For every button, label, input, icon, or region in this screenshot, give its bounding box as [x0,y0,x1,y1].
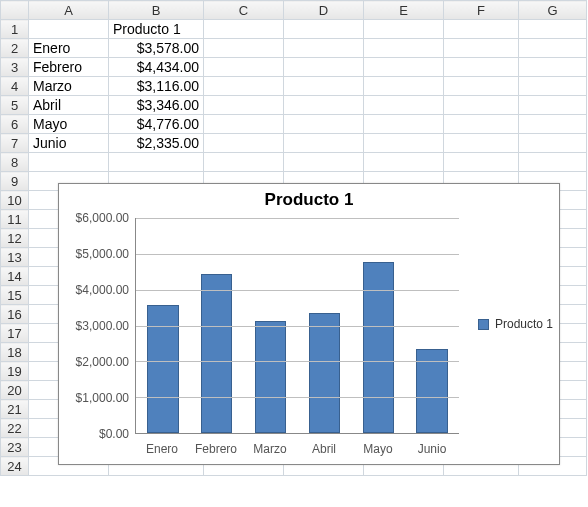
row-header[interactable]: 21 [1,400,29,419]
col-header-E[interactable]: E [364,1,444,20]
chart-gridline [136,218,459,219]
row-header[interactable]: 19 [1,362,29,381]
row-header[interactable]: 5 [1,96,29,115]
cell[interactable] [364,58,444,77]
cell[interactable] [29,153,109,172]
cell[interactable] [444,58,519,77]
row-header[interactable]: 4 [1,77,29,96]
row-header[interactable]: 1 [1,20,29,39]
cell[interactable]: Producto 1 [109,20,204,39]
cell[interactable]: $3,116.00 [109,77,204,96]
cell[interactable]: Enero [29,39,109,58]
chart-gridline [136,326,459,327]
cell[interactable]: Junio [29,134,109,153]
cell[interactable] [364,96,444,115]
cell[interactable] [284,20,364,39]
cell[interactable] [364,115,444,134]
row-header[interactable]: 12 [1,229,29,248]
cell[interactable] [284,153,364,172]
cell[interactable] [519,39,587,58]
row-header[interactable]: 22 [1,419,29,438]
chart-gridline [136,361,459,362]
cell[interactable] [444,115,519,134]
row-header[interactable]: 20 [1,381,29,400]
column-header-row[interactable]: A B C D E F G [1,1,587,20]
row-header[interactable]: 3 [1,58,29,77]
row-header[interactable]: 2 [1,39,29,58]
col-header-F[interactable]: F [444,1,519,20]
cell[interactable] [364,153,444,172]
row-header[interactable]: 7 [1,134,29,153]
cell[interactable] [204,58,284,77]
cell[interactable] [29,20,109,39]
cell[interactable] [204,39,284,58]
chart-bar[interactable] [363,262,394,433]
col-header-A[interactable]: A [29,1,109,20]
row-header[interactable]: 15 [1,286,29,305]
cell[interactable] [444,153,519,172]
cell[interactable] [204,96,284,115]
cell[interactable] [204,77,284,96]
row-header[interactable]: 23 [1,438,29,457]
row-header[interactable]: 24 [1,457,29,476]
row-header[interactable]: 9 [1,172,29,191]
row-header[interactable]: 10 [1,191,29,210]
cell[interactable] [284,115,364,134]
cell[interactable]: $4,434.00 [109,58,204,77]
select-all-corner[interactable] [1,1,29,20]
cell[interactable] [364,39,444,58]
row-header[interactable]: 17 [1,324,29,343]
row-header[interactable]: 6 [1,115,29,134]
cell[interactable] [444,39,519,58]
cell[interactable] [204,115,284,134]
legend-swatch-icon [478,319,489,330]
cell[interactable] [444,77,519,96]
x-tick-label: Junio [405,442,459,456]
cell[interactable] [364,77,444,96]
cell[interactable] [519,20,587,39]
row-header[interactable]: 13 [1,248,29,267]
cell[interactable] [284,96,364,115]
col-header-B[interactable]: B [109,1,204,20]
cell[interactable] [519,58,587,77]
cell[interactable] [444,134,519,153]
cell[interactable]: $3,346.00 [109,96,204,115]
row-header[interactable]: 11 [1,210,29,229]
cell[interactable] [204,134,284,153]
cell[interactable] [519,153,587,172]
cell[interactable] [204,153,284,172]
cell[interactable] [444,96,519,115]
row-header[interactable]: 18 [1,343,29,362]
col-header-D[interactable]: D [284,1,364,20]
cell[interactable]: Febrero [29,58,109,77]
chart-bar[interactable] [309,313,340,433]
chart-bar[interactable] [255,321,286,433]
cell[interactable] [284,39,364,58]
cell[interactable] [444,20,519,39]
cell[interactable]: $2,335.00 [109,134,204,153]
row-header[interactable]: 14 [1,267,29,286]
cell[interactable] [284,77,364,96]
cell[interactable]: $3,578.00 [109,39,204,58]
col-header-C[interactable]: C [204,1,284,20]
row-header[interactable]: 8 [1,153,29,172]
cell[interactable] [204,20,284,39]
cell[interactable]: Mayo [29,115,109,134]
row-header[interactable]: 16 [1,305,29,324]
cell[interactable] [364,134,444,153]
chart-bar[interactable] [147,305,178,433]
cell[interactable]: Abril [29,96,109,115]
embedded-chart[interactable]: Producto 1 $0.00$1,000.00$2,000.00$3,000… [58,183,560,465]
cell[interactable] [519,134,587,153]
cell[interactable] [284,58,364,77]
cell[interactable] [519,96,587,115]
cell[interactable]: $4,776.00 [109,115,204,134]
cell[interactable] [109,153,204,172]
cell[interactable] [519,77,587,96]
cell[interactable] [284,134,364,153]
cell[interactable]: Marzo [29,77,109,96]
cell[interactable] [364,20,444,39]
chart-bar[interactable] [201,274,232,433]
col-header-G[interactable]: G [519,1,587,20]
cell[interactable] [519,115,587,134]
